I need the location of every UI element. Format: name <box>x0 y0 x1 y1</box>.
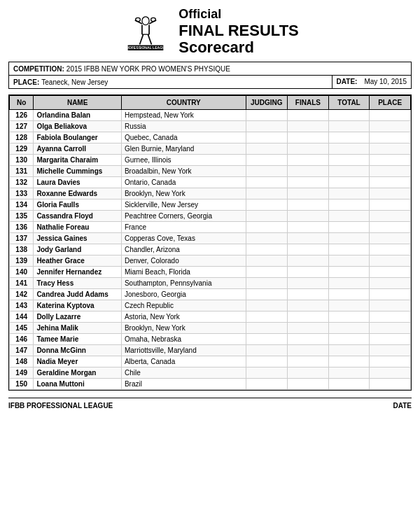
svg-text:PROFESSIONAL LEAGUE: PROFESSIONAL LEAGUE <box>124 46 168 50</box>
cell-name: Jessica Gaines <box>34 232 122 244</box>
cell-place <box>370 132 411 143</box>
cell-place <box>370 266 411 277</box>
cell-name: Donna McGinn <box>34 344 122 356</box>
cell-country: Hempstead, New York <box>121 109 246 120</box>
cell-finals <box>287 300 328 311</box>
cell-name: Laura Davies <box>34 176 122 188</box>
cell-finals <box>287 244 328 255</box>
table-row: 130Margarita CharaimGurnee, Illinois <box>10 154 411 165</box>
table-row: 133Roxanne EdwardsBrooklyn, New York <box>10 188 411 199</box>
cell-country: Alberta, Canada <box>121 356 246 367</box>
table-row: 132Laura DaviesOntario, Canada <box>10 176 411 188</box>
cell-finals <box>287 288 328 300</box>
cell-total <box>328 165 370 176</box>
cell-no: 145 <box>10 322 34 333</box>
svg-point-3 <box>136 18 141 22</box>
cell-total <box>328 378 370 389</box>
logo-container: PROFESSIONAL LEAGUE <box>121 12 170 50</box>
cell-judging <box>246 199 287 210</box>
cell-name: Olga Beliakova <box>34 120 122 132</box>
cell-place <box>370 120 411 132</box>
cell-name: Katerina Kyptova <box>34 300 122 311</box>
cell-country: Ontario, Canada <box>121 176 246 188</box>
table-row: 136Nathalie ForeauFrance <box>10 221 411 232</box>
cell-no: 148 <box>10 356 34 367</box>
cell-no: 126 <box>10 109 34 120</box>
title-official: Official <box>178 7 299 22</box>
cell-name: Margarita Charaim <box>34 154 122 165</box>
cell-judging <box>246 165 287 176</box>
cell-total <box>328 154 370 165</box>
cell-country: Czech Republic <box>121 300 246 311</box>
header-name: NAME <box>34 95 122 109</box>
table-row: 149Geraldine MorganChile <box>10 367 411 378</box>
cell-country: Southampton, Pennsylvania <box>121 277 246 288</box>
cell-total <box>328 109 370 120</box>
cell-country: Denver, Colorado <box>121 255 246 266</box>
cell-finals <box>287 165 328 176</box>
cell-place <box>370 277 411 288</box>
cell-finals <box>287 210 328 221</box>
cell-no: 131 <box>10 165 34 176</box>
cell-place <box>370 176 411 188</box>
cell-no: 146 <box>10 333 34 344</box>
cell-finals <box>287 333 328 344</box>
cell-judging <box>246 120 287 132</box>
cell-no: 129 <box>10 143 34 154</box>
cell-country: Marriottsville, Maryland <box>121 344 246 356</box>
table-row: 150Loana MuttoniBrazil <box>10 378 411 389</box>
title-final: FINAL RESULTS <box>178 22 299 39</box>
place-cell: PLACE: Teaneck, New Jersey <box>9 76 332 88</box>
cell-place <box>370 255 411 266</box>
cell-finals <box>287 266 328 277</box>
cell-total <box>328 367 370 378</box>
cell-finals <box>287 378 328 389</box>
cell-judging <box>246 311 287 322</box>
cell-country: Brazil <box>121 378 246 389</box>
cell-finals <box>287 143 328 154</box>
cell-name: Tamee Marie <box>34 333 122 344</box>
cell-finals <box>287 277 328 288</box>
cell-country: Gurnee, Illinois <box>121 154 246 165</box>
cell-country: Omaha, Nebraska <box>121 333 246 344</box>
cell-judging <box>246 143 287 154</box>
footer-right: DATE <box>393 402 412 410</box>
cell-place <box>370 344 411 356</box>
cell-finals <box>287 132 328 143</box>
table-row: 147Donna McGinnMarriottsville, Maryland <box>10 344 411 356</box>
cell-finals <box>287 255 328 266</box>
svg-line-9 <box>148 35 152 45</box>
cell-place <box>370 165 411 176</box>
place-label: PLACE: <box>13 78 39 86</box>
cell-country: Copperas Cove, Texas <box>121 232 246 244</box>
cell-no: 130 <box>10 154 34 165</box>
cell-finals <box>287 344 328 356</box>
cell-name: Nadia Meyer <box>34 356 122 367</box>
table-row: 146Tamee MarieOmaha, Nebraska <box>10 333 411 344</box>
cell-country: Broadalbin, New York <box>121 165 246 176</box>
cell-judging <box>246 154 287 165</box>
cell-place <box>370 378 411 389</box>
table-row: 126Orlandina BalanHempstead, New York <box>10 109 411 120</box>
cell-name: Nathalie Foreau <box>34 221 122 232</box>
cell-country: Quebec, Canada <box>121 132 246 143</box>
date-label: DATE: <box>337 78 358 86</box>
cell-no: 132 <box>10 176 34 188</box>
cell-country: Brooklyn, New York <box>121 188 246 199</box>
page-header: PROFESSIONAL LEAGUE Official FINAL RESUL… <box>0 0 420 62</box>
cell-finals <box>287 109 328 120</box>
page-footer: IFBB PROFESSIONAL LEAGUE DATE <box>8 398 412 413</box>
cell-finals <box>287 188 328 199</box>
cell-country: Miami Beach, Florida <box>121 266 246 277</box>
cell-place <box>370 322 411 333</box>
cell-no: 139 <box>10 255 34 266</box>
cell-place <box>370 288 411 300</box>
cell-judging <box>246 378 287 389</box>
cell-place <box>370 199 411 210</box>
cell-name: Jody Garland <box>34 244 122 255</box>
cell-judging <box>246 277 287 288</box>
cell-finals <box>287 199 328 210</box>
competition-value: 2015 IFBB NEW YORK PRO WOMEN'S PHYSIQUE <box>66 65 230 73</box>
date-cell: DATE: May 10, 2015 <box>332 76 411 88</box>
cell-total <box>328 210 370 221</box>
